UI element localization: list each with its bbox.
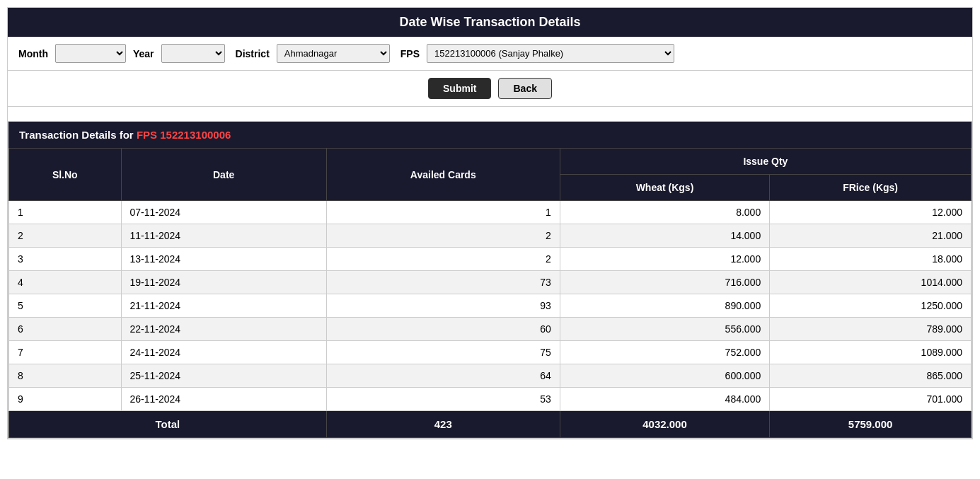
cell-slno: 9 bbox=[9, 388, 122, 411]
cell-date: 11-11-2024 bbox=[121, 224, 326, 248]
cell-wheat: 600.000 bbox=[560, 364, 769, 388]
fps-label: FPS bbox=[400, 48, 420, 59]
cell-frice: 12.000 bbox=[770, 201, 972, 224]
cell-availed-cards: 2 bbox=[326, 248, 560, 271]
cell-date: 22-11-2024 bbox=[121, 318, 326, 341]
table-row: 3 13-11-2024 2 12.000 18.000 bbox=[9, 248, 972, 271]
month-select[interactable]: 1234 5678 9101112 bbox=[55, 44, 126, 63]
cell-availed-cards: 64 bbox=[326, 364, 560, 388]
table-row: 2 11-11-2024 2 14.000 21.000 bbox=[9, 224, 972, 248]
cell-frice: 865.000 bbox=[770, 364, 972, 388]
cell-slno: 3 bbox=[9, 248, 122, 271]
table-row: 8 25-11-2024 64 600.000 865.000 bbox=[9, 364, 972, 388]
cell-wheat: 890.000 bbox=[560, 294, 769, 318]
header-row-1: Sl.No Date Availed Cards Issue Qty bbox=[9, 149, 972, 175]
cell-wheat: 752.000 bbox=[560, 341, 769, 364]
cell-date: 26-11-2024 bbox=[121, 388, 326, 411]
cell-slno: 8 bbox=[9, 364, 122, 388]
table-row: 5 21-11-2024 93 890.000 1250.000 bbox=[9, 294, 972, 318]
table-row: 9 26-11-2024 53 484.000 701.000 bbox=[9, 388, 972, 411]
cell-wheat: 716.000 bbox=[560, 271, 769, 294]
table-title-prefix: Transaction Details for bbox=[19, 129, 137, 141]
cell-slno: 5 bbox=[9, 294, 122, 318]
col-date: Date bbox=[121, 149, 326, 201]
cell-frice: 18.000 bbox=[770, 248, 972, 271]
page-header: Date Wise Transaction Details bbox=[8, 8, 972, 37]
submit-button[interactable]: Submit bbox=[428, 78, 491, 99]
cell-slno: 2 bbox=[9, 224, 122, 248]
cell-slno: 7 bbox=[9, 341, 122, 364]
table-row: 1 07-11-2024 1 8.000 12.000 bbox=[9, 201, 972, 224]
total-row: Total 423 4032.000 5759.000 bbox=[9, 411, 972, 438]
year-select[interactable]: 202320242025 bbox=[161, 44, 225, 63]
cell-date: 19-11-2024 bbox=[121, 271, 326, 294]
cell-slno: 6 bbox=[9, 318, 122, 341]
main-container: Date Wise Transaction Details Month 1234… bbox=[7, 7, 973, 439]
page-title: Date Wise Transaction Details bbox=[400, 15, 581, 29]
total-frice: 5759.000 bbox=[770, 411, 972, 438]
cell-frice: 1089.000 bbox=[770, 341, 972, 364]
fps-select[interactable]: 152213100006 (Sanjay Phalke) bbox=[427, 44, 674, 63]
year-label: Year bbox=[133, 48, 154, 59]
table-row: 7 24-11-2024 75 752.000 1089.000 bbox=[9, 341, 972, 364]
cell-availed-cards: 93 bbox=[326, 294, 560, 318]
total-wheat: 4032.000 bbox=[560, 411, 769, 438]
cell-availed-cards: 1 bbox=[326, 201, 560, 224]
table-row: 6 22-11-2024 60 556.000 789.000 bbox=[9, 318, 972, 341]
cell-slno: 1 bbox=[9, 201, 122, 224]
cell-frice: 701.000 bbox=[770, 388, 972, 411]
table-title: Transaction Details for FPS 152213100006 bbox=[8, 122, 972, 148]
cell-availed-cards: 53 bbox=[326, 388, 560, 411]
col-frice: FRice (Kgs) bbox=[770, 175, 972, 201]
cell-wheat: 484.000 bbox=[560, 388, 769, 411]
col-wheat: Wheat (Kgs) bbox=[560, 175, 769, 201]
total-label: Total bbox=[9, 411, 327, 438]
cell-date: 21-11-2024 bbox=[121, 294, 326, 318]
cell-availed-cards: 60 bbox=[326, 318, 560, 341]
cell-wheat: 8.000 bbox=[560, 201, 769, 224]
cell-wheat: 556.000 bbox=[560, 318, 769, 341]
cell-wheat: 12.000 bbox=[560, 248, 769, 271]
cell-date: 07-11-2024 bbox=[121, 201, 326, 224]
filter-row: Month 1234 5678 9101112 Year 20232024202… bbox=[8, 37, 972, 71]
cell-availed-cards: 75 bbox=[326, 341, 560, 364]
cell-date: 24-11-2024 bbox=[121, 341, 326, 364]
cell-frice: 1014.000 bbox=[770, 271, 972, 294]
district-label: District bbox=[236, 48, 270, 59]
cell-date: 13-11-2024 bbox=[121, 248, 326, 271]
table-row: 4 19-11-2024 73 716.000 1014.000 bbox=[9, 271, 972, 294]
col-issue-qty: Issue Qty bbox=[560, 149, 971, 175]
transactions-table: Sl.No Date Availed Cards Issue Qty Wheat… bbox=[8, 148, 972, 438]
cell-wheat: 14.000 bbox=[560, 224, 769, 248]
cell-availed-cards: 2 bbox=[326, 224, 560, 248]
fps-highlight: FPS 152213100006 bbox=[137, 129, 231, 141]
total-availed-cards: 423 bbox=[326, 411, 560, 438]
month-label: Month bbox=[18, 48, 48, 59]
cell-date: 25-11-2024 bbox=[121, 364, 326, 388]
cell-slno: 4 bbox=[9, 271, 122, 294]
button-row: Submit Back bbox=[8, 71, 972, 107]
cell-frice: 1250.000 bbox=[770, 294, 972, 318]
cell-frice: 789.000 bbox=[770, 318, 972, 341]
cell-availed-cards: 73 bbox=[326, 271, 560, 294]
back-button[interactable]: Back bbox=[498, 78, 551, 99]
district-select[interactable]: Ahmadnagar bbox=[277, 44, 390, 63]
col-availed-cards: Availed Cards bbox=[326, 149, 560, 201]
col-slno: Sl.No bbox=[9, 149, 122, 201]
cell-frice: 21.000 bbox=[770, 224, 972, 248]
table-section: Transaction Details for FPS 152213100006… bbox=[8, 121, 972, 439]
